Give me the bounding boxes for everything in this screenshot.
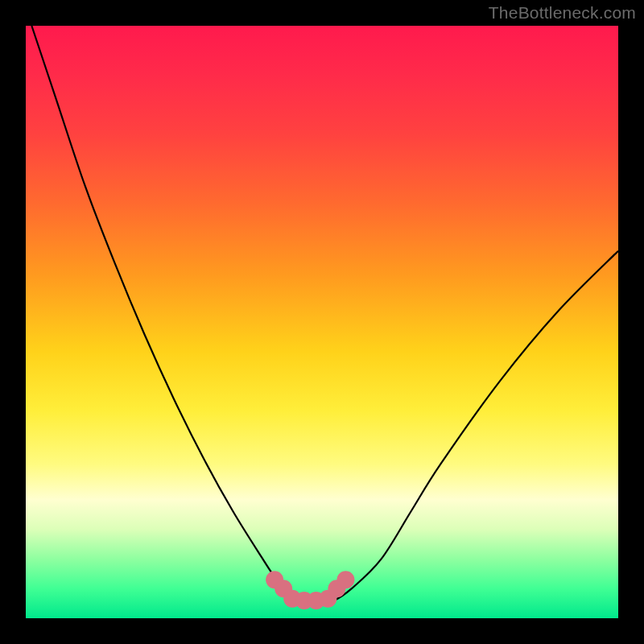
bottleneck-curve-line bbox=[31, 26, 618, 601]
plot-area bbox=[26, 26, 618, 618]
chart-svg bbox=[26, 26, 618, 618]
highlight-dots-group bbox=[266, 571, 354, 609]
watermark-text: TheBottleneck.com bbox=[489, 3, 636, 23]
highlight-dot bbox=[336, 571, 354, 588]
chart-frame: TheBottleneck.com bbox=[0, 0, 644, 644]
